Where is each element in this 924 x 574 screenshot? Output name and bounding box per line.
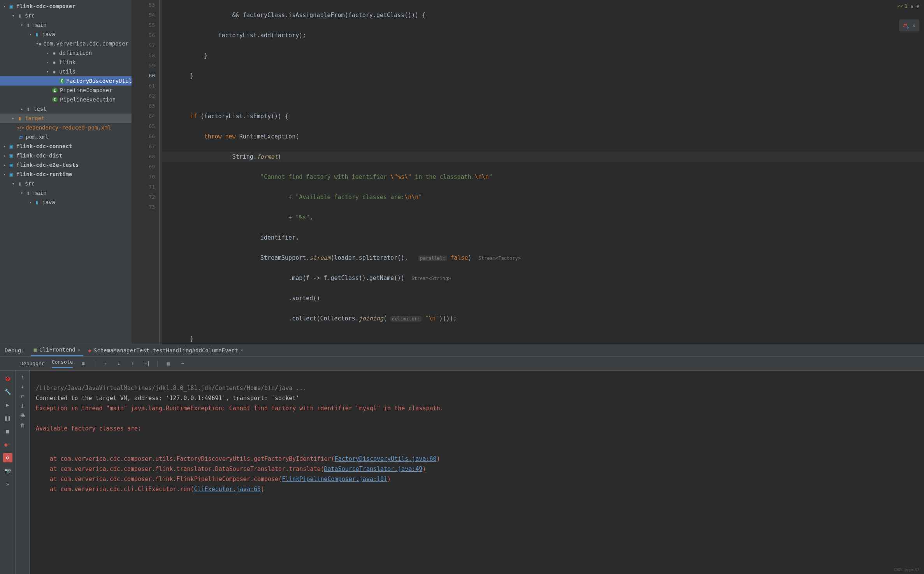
- keyword: false: [450, 254, 468, 261]
- step-out-icon[interactable]: ↑: [129, 360, 136, 366]
- tree-label: pom.xml: [26, 134, 49, 140]
- source-link[interactable]: FactoryDiscoveryUtils.java:60: [335, 455, 437, 462]
- pause-button[interactable]: ❚❚: [3, 413, 12, 423]
- tree-label: flink-cdc-dist: [16, 152, 62, 159]
- chevron-down-icon: ▾: [2, 172, 8, 177]
- tree-folder-test[interactable]: ▸▮test: [0, 104, 132, 114]
- code-area[interactable]: && factoryClass.isAssignableFrom(factory…: [162, 0, 924, 344]
- code-editor[interactable]: 53 54 55 56 57 58 59 60 61 62 63 64 65 6…: [132, 0, 924, 344]
- modify-run-config-button[interactable]: 🔧: [3, 387, 12, 396]
- editor-gutter: 53 54 55 56 57 58 59 60 61 62 63 64 65 6…: [132, 0, 162, 344]
- tree-file-pipeline-composer[interactable]: IPipelineComposer: [0, 86, 132, 95]
- line-number: 58: [132, 51, 155, 61]
- excluded-folder-icon: ▮: [16, 115, 23, 121]
- tree-module-dist[interactable]: ▸▣flink-cdc-dist: [0, 151, 132, 160]
- source-link[interactable]: DataSourceTranslator.java:49: [324, 466, 423, 472]
- tree-folder-src2[interactable]: ▾▮src: [0, 179, 132, 188]
- view-breakpoints-button[interactable]: ●◦: [3, 440, 12, 449]
- more-icon[interactable]: ⋯: [179, 360, 186, 366]
- code-line: identifier,: [162, 234, 299, 241]
- checkmark-icon: ✓✓: [897, 3, 903, 9]
- debug-tab-schema-test[interactable]: ◆ SchemaManagerTest.testHandlingAddColum…: [85, 344, 246, 356]
- print-button[interactable]: 🖶: [20, 413, 25, 418]
- folder-icon: ▮: [25, 22, 32, 28]
- camera-button[interactable]: 📷: [3, 466, 12, 476]
- problems-indicator[interactable]: ✓✓1: [897, 3, 907, 9]
- down-stack-button[interactable]: ↓: [21, 383, 24, 389]
- maven-reload-notification[interactable]: m↻ ✕: [899, 19, 919, 32]
- tree-file-pom[interactable]: mpom.xml: [0, 132, 132, 142]
- stack-frame: at com.ververica.cdc.composer.flink.Flin…: [36, 476, 282, 483]
- tree-folder-src[interactable]: ▾▮src: [0, 11, 132, 20]
- tree-module-connect[interactable]: ▸▣flink-cdc-connect: [0, 142, 132, 151]
- method-call: joining: [359, 315, 383, 322]
- project-tree[interactable]: ▾▣flink-cdc-composer ▾▮src ▾▮main ▾▮java…: [0, 0, 132, 344]
- console-output[interactable]: /Library/Java/JavaVirtualMachines/jdk1.8…: [30, 371, 924, 574]
- tree-module-composer[interactable]: ▾▣flink-cdc-composer: [0, 2, 132, 11]
- stop-button[interactable]: ■: [3, 427, 12, 436]
- chevron-down-icon: ▾: [10, 13, 16, 18]
- code-line: }: [162, 335, 193, 342]
- tree-folder-java[interactable]: ▾▮java: [0, 30, 132, 39]
- line-number: 63: [132, 101, 155, 111]
- line-number: 72: [132, 192, 155, 202]
- line-number: 55: [132, 20, 155, 30]
- source-link[interactable]: FlinkPipelineComposer.java:101: [282, 476, 387, 483]
- more-button[interactable]: »: [3, 480, 12, 489]
- escape: \n\n: [475, 173, 489, 180]
- tree-folder-main2[interactable]: ▾▮main: [0, 188, 132, 198]
- debug-left-toolbar: 🐞 🔧 ▶ ❚❚ ■ ●◦ ⊘ 📷 »: [0, 371, 16, 574]
- test-fail-icon: ◆: [88, 347, 91, 354]
- step-over-icon[interactable]: ↷: [101, 360, 108, 366]
- run-to-cursor-icon[interactable]: →|: [143, 360, 150, 366]
- tree-folder-definition[interactable]: ▸◉definition: [0, 48, 132, 58]
- tree-folder-java2[interactable]: ▾▮java: [0, 198, 132, 207]
- string: in the classpath.: [411, 173, 475, 180]
- scroll-end-button[interactable]: ⤓: [20, 403, 25, 409]
- tree-file-dep-pom[interactable]: </>dependency-reduced-pom.xml: [0, 123, 132, 132]
- string: "%s": [295, 214, 309, 221]
- clear-button[interactable]: 🗑: [20, 422, 25, 428]
- close-tab-icon[interactable]: ✕: [241, 348, 243, 353]
- close-icon[interactable]: ✕: [912, 23, 915, 28]
- line-number: 59: [132, 61, 155, 71]
- source-link[interactable]: CliExecutor.java:65: [194, 486, 261, 493]
- tree-module-runtime[interactable]: ▾▣flink-cdc-runtime: [0, 170, 132, 179]
- tree-label: utils: [59, 68, 76, 75]
- next-problem-button[interactable]: ∨: [917, 4, 919, 9]
- tree-package[interactable]: ▾◉com.ververica.cdc.composer: [0, 39, 132, 48]
- code-text: [162, 173, 260, 180]
- tree-folder-utils[interactable]: ▾◉utils: [0, 67, 132, 76]
- tree-folder-main[interactable]: ▾▮main: [0, 20, 132, 30]
- close-tab-icon[interactable]: ✕: [78, 347, 81, 352]
- code-text: (: [278, 153, 281, 160]
- tree-folder-target[interactable]: ▸▮target: [0, 114, 132, 123]
- stack-frame: at com.ververica.cdc.composer.utils.Fact…: [36, 455, 335, 462]
- chevron-down-icon: ▾: [2, 4, 8, 9]
- stack-frame: at com.ververica.cdc.composer.flink.tran…: [36, 466, 324, 472]
- up-stack-button[interactable]: ↑: [21, 374, 24, 380]
- tree-label: test: [33, 106, 47, 112]
- tree-module-e2e[interactable]: ▸▣flink-cdc-e2e-tests: [0, 160, 132, 170]
- interface-icon: I: [51, 88, 58, 93]
- mute-breakpoints-button[interactable]: ⊘: [3, 453, 12, 462]
- console-tab[interactable]: Console: [52, 359, 73, 368]
- step-into-icon[interactable]: ↓: [115, 360, 122, 366]
- tree-file-factory-discovery[interactable]: CFactoryDiscoveryUtils: [0, 76, 132, 86]
- escape: \n\n: [404, 194, 418, 201]
- evaluate-icon[interactable]: ▦: [165, 360, 172, 366]
- resume-button[interactable]: ▶: [3, 400, 12, 410]
- prev-problem-button[interactable]: ∧: [911, 4, 913, 9]
- line-number: 57: [132, 40, 155, 51]
- line-number: 68: [132, 152, 155, 162]
- tree-folder-flink[interactable]: ▸◉flink: [0, 58, 132, 67]
- code-text: ,: [309, 214, 313, 221]
- stack-frame-end: ): [387, 476, 391, 483]
- tree-file-pipeline-execution[interactable]: IPipelineExecution: [0, 95, 132, 104]
- debugger-tab[interactable]: Debugger: [20, 360, 45, 366]
- rerun-button[interactable]: 🐞: [3, 374, 12, 383]
- debug-tab-clifrontend[interactable]: ▦ CliFrontend ✕: [31, 344, 84, 356]
- code-text: ): [468, 254, 478, 261]
- soft-wrap-button[interactable]: ⇄: [21, 393, 24, 399]
- threads-icon[interactable]: ≡: [80, 360, 87, 366]
